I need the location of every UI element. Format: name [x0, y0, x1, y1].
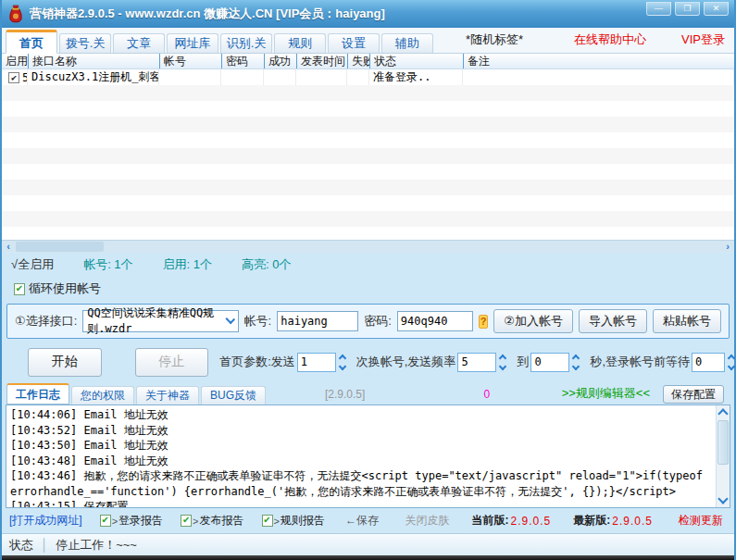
main-tab-bar: 首页 拨号.关 文章 网址库 识别.关 规则 设置 辅助 *随机标签* 在线帮助…: [2, 28, 734, 54]
interface-selected-value: QQ空间说说采集精准QQ规则.wzdr: [87, 305, 227, 337]
save-hint-label[interactable]: ←保存: [345, 513, 379, 529]
spin-down-icon[interactable]: [499, 362, 506, 369]
login-report-checkbox[interactable]: [100, 515, 111, 527]
tab-permissions[interactable]: 您的权限: [71, 386, 134, 404]
password-label: 密码:: [364, 313, 392, 330]
window-bottom-edge: [2, 555, 734, 560]
wait-stepper[interactable]: [729, 355, 734, 369]
paste-account-button[interactable]: 粘贴帐号: [653, 309, 721, 333]
maximize-icon[interactable]: ❐: [675, 2, 700, 16]
col-enable[interactable]: 启用: [2, 54, 28, 68]
help-question-icon[interactable]: ?: [479, 315, 489, 329]
frequency-stepper[interactable]: [500, 355, 505, 369]
select-interface-label: ①选择接口:: [15, 313, 77, 330]
close-skin-link[interactable]: 关闭皮肤: [405, 513, 450, 529]
spin-down-icon[interactable]: [339, 362, 346, 369]
tab-url-library[interactable]: 网址库: [167, 33, 218, 53]
col-account[interactable]: 帐号: [159, 54, 221, 68]
scroll-left-icon[interactable]: ‹: [2, 241, 15, 253]
col-interface-name[interactable]: 接口名称: [28, 54, 159, 68]
latest-version-label: 最新版:: [573, 513, 610, 529]
scroll-right-icon[interactable]: ›: [721, 241, 734, 253]
tab-about[interactable]: 关于神器: [136, 386, 199, 404]
tab-work-log[interactable]: 工作日志: [6, 383, 69, 404]
tab-dial[interactable]: 拨号.关: [59, 33, 111, 53]
publish-report-checkbox[interactable]: [181, 515, 192, 527]
rule-editor-link[interactable]: >>规则编辑器<<: [562, 385, 650, 402]
tab-rules[interactable]: 规则: [274, 33, 326, 53]
horizontal-scrollbar[interactable]: ‹ ›: [2, 240, 734, 253]
add-account-button[interactable]: ②加入帐号: [493, 309, 573, 333]
work-log-area[interactable]: [10:44:06] Email 地址无效 [10:43:52] Email 地…: [6, 404, 730, 508]
spin-up-icon[interactable]: [339, 354, 346, 361]
row-enable-checkbox[interactable]: [8, 72, 19, 83]
rule-report-toggle[interactable]: > 规则报告: [259, 513, 325, 529]
rule-report-label: 规则报告: [281, 513, 325, 529]
col-success[interactable]: 成功: [264, 54, 296, 68]
frequency-input[interactable]: [457, 353, 496, 372]
send-count-input[interactable]: [297, 353, 336, 372]
frequency-to-input[interactable]: [530, 353, 569, 372]
tab-home[interactable]: 首页: [6, 30, 57, 54]
tab-article[interactable]: 文章: [113, 33, 165, 53]
col-post-time[interactable]: 发表时间: [296, 54, 347, 68]
import-account-button[interactable]: 导入帐号: [579, 309, 647, 333]
enable-all-label: 全启用: [18, 257, 54, 271]
tab-bug-feedback[interactable]: BUG反馈: [201, 386, 266, 404]
interface-select[interactable]: QQ空间说说采集精准QQ规则.wzdr: [82, 310, 238, 332]
row-status: 准备登录..: [369, 69, 463, 85]
row-password: [221, 69, 264, 85]
save-config-button[interactable]: 保存配置: [663, 385, 724, 404]
highlight-count: 高亮: 0个: [242, 256, 291, 273]
row-remark: [463, 69, 734, 85]
send-count-stepper[interactable]: [340, 355, 345, 369]
open-success-urls-link[interactable]: [打开成功网址]: [9, 513, 82, 529]
start-button[interactable]: 开始: [28, 348, 102, 377]
arrow-right-icon: >: [274, 516, 280, 527]
tab-assist[interactable]: 辅助: [381, 33, 433, 53]
stop-button[interactable]: 停止: [135, 348, 209, 377]
table-row[interactable]: 5 DiscuzX3.1注册机_刺客.wzdr 准备登录..: [2, 69, 734, 85]
login-report-toggle[interactable]: > 登录报告: [97, 513, 163, 529]
loop-accounts-checkbox[interactable]: [14, 283, 25, 295]
vip-login-link[interactable]: VIP登录: [681, 31, 725, 48]
row-interface-name: DiscuzX3.1注册机_刺客.wzdr: [28, 69, 159, 85]
enabled-count: 启用: 1个: [163, 256, 212, 273]
publish-report-toggle[interactable]: > 发布报告: [178, 513, 243, 529]
frequency-to-stepper[interactable]: [573, 355, 579, 369]
login-report-label: 登录报告: [119, 513, 163, 529]
col-password[interactable]: 密码: [221, 54, 264, 68]
wait-before-login-input[interactable]: [692, 353, 725, 372]
param4-label: 秒,登录帐号前等待: [590, 354, 690, 370]
tab-settings[interactable]: 设置: [328, 33, 380, 53]
log-line: [10:43:48] Email 地址无效: [10, 454, 713, 469]
log-line: [10:43:46] 抱歉，您的请求来路不正确或表单验证串不符，无法提交<scr…: [10, 468, 713, 499]
accounts-count: 帐号: 1个: [83, 256, 132, 273]
check-update-link[interactable]: 检测更新: [679, 513, 723, 529]
horizontal-scroll-thumb[interactable]: [16, 242, 104, 252]
spin-up-icon[interactable]: [572, 354, 580, 361]
tab-recognize[interactable]: 识别.关: [220, 33, 272, 53]
spin-down-icon[interactable]: [728, 362, 735, 369]
col-remark[interactable]: 备注: [463, 54, 734, 68]
vertical-scrollbar[interactable]: [716, 405, 730, 507]
close-icon[interactable]: ✕: [704, 2, 729, 16]
spin-down-icon[interactable]: [572, 362, 580, 369]
window-controls: — ❐ ✕: [646, 2, 729, 16]
publish-report-label: 发布报告: [200, 513, 244, 529]
scroll-up-icon[interactable]: [717, 408, 728, 418]
spin-up-icon[interactable]: [728, 354, 735, 361]
minimize-icon[interactable]: —: [646, 2, 671, 16]
password-input[interactable]: [397, 311, 473, 331]
spin-up-icon[interactable]: [499, 354, 506, 361]
col-fail[interactable]: 失败: [347, 54, 369, 68]
col-status[interactable]: 状态: [369, 54, 463, 68]
online-help-link[interactable]: 在线帮助中心: [574, 31, 646, 48]
account-input[interactable]: [277, 311, 358, 331]
vertical-scroll-thumb[interactable]: [717, 420, 729, 465]
version-tag: [2.9.0.5]: [325, 388, 365, 401]
row-account: [159, 69, 221, 85]
scroll-down-icon[interactable]: [717, 493, 728, 504]
enable-all-toggle[interactable]: √全启用: [11, 256, 54, 273]
rule-report-checkbox[interactable]: [262, 515, 273, 527]
